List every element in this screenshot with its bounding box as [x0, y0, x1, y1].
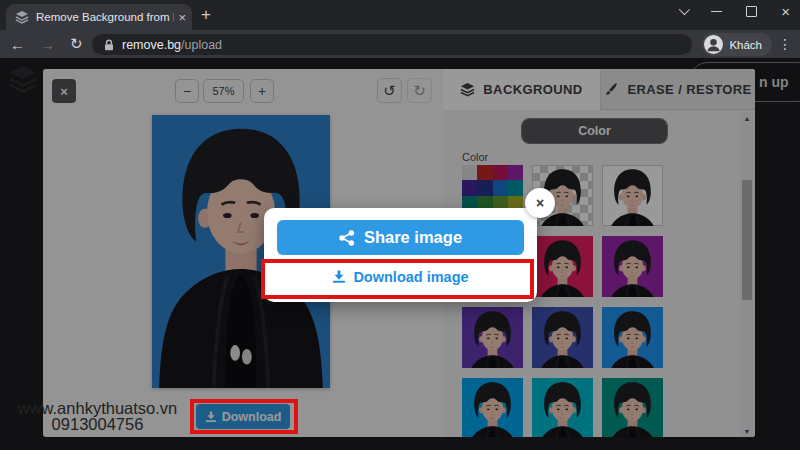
tab-background-label: BACKGROUND — [483, 82, 582, 97]
new-tab-button[interactable]: + — [201, 5, 211, 25]
tab-erase-restore[interactable]: ERASE / RESTORE — [600, 69, 755, 110]
palette-color — [508, 165, 523, 180]
browser-tab[interactable]: Remove Background from Image × — [6, 4, 192, 30]
person-thumbnail — [602, 165, 663, 226]
person-thumbnail — [462, 378, 523, 437]
scroll-up-icon[interactable]: ▲ — [740, 112, 754, 124]
removebg-favicon — [15, 10, 29, 24]
undo-button[interactable]: ↺ — [377, 78, 402, 103]
person-thumbnail — [602, 236, 663, 297]
tab-close-icon[interactable]: × — [178, 11, 186, 24]
scroll-down-icon[interactable]: ▼ — [740, 425, 754, 437]
swatch-#2196f3[interactable] — [602, 307, 663, 368]
palette-color — [508, 180, 523, 195]
watermark: www.anhkythuatso.vn 0913004756 — [10, 400, 185, 432]
scrollbar-thumb[interactable] — [742, 180, 752, 300]
swatch-#9c27b0[interactable] — [602, 236, 663, 297]
color-section-label: Color — [462, 151, 488, 163]
photo-color-toggle: Photo Color — [521, 118, 668, 144]
swatch-#009688[interactable] — [602, 378, 663, 437]
palette-color — [462, 180, 477, 195]
tab-erase-restore-label: ERASE / RESTORE — [627, 82, 751, 97]
toggle-color[interactable]: Color — [522, 119, 667, 143]
window-close-button[interactable]: × — [781, 4, 790, 19]
person-thumbnail — [602, 307, 663, 368]
url-host: remove.bg — [122, 38, 181, 52]
browser-tab-strip: Remove Background from Image × + × — [0, 0, 800, 30]
annotation-box-download-button — [190, 399, 298, 434]
brush-icon — [604, 82, 619, 97]
swatch-#ffffff[interactable] — [602, 165, 663, 226]
browser-menu-icon[interactable]: ⋮ — [778, 36, 792, 52]
swatch-#e91e63[interactable] — [532, 236, 593, 297]
popup-close-button[interactable]: × — [525, 188, 555, 218]
person-thumbnail — [532, 378, 593, 437]
swatch-#00bcd4[interactable] — [532, 378, 593, 437]
swatch-#3f51b5[interactable] — [532, 307, 593, 368]
person-thumbnail — [532, 307, 593, 368]
palette-color — [462, 165, 477, 180]
redo-button: ↻ — [407, 78, 432, 103]
editor-close-button[interactable]: × — [52, 79, 76, 103]
zoom-out-button[interactable]: − — [175, 79, 199, 103]
watermark-url: www.anhkythuatso.vn — [10, 400, 185, 416]
palette-color — [493, 180, 508, 195]
person-thumbnail — [602, 378, 663, 437]
share-icon — [339, 230, 355, 246]
palette-color — [493, 165, 508, 180]
removebg-logo — [8, 64, 38, 94]
reload-button[interactable]: ↻ — [70, 30, 83, 58]
address-bar[interactable]: remove.bg/upload — [92, 34, 692, 55]
share-image-label: Share image — [364, 228, 462, 247]
tab-search-chevron-icon[interactable] — [679, 4, 690, 15]
layers-icon — [460, 82, 475, 97]
tab-background[interactable]: BACKGROUND — [443, 69, 600, 110]
watermark-phone: 0913004756 — [10, 416, 185, 432]
person-thumbnail — [532, 236, 593, 297]
zoom-level: 57% — [203, 79, 244, 103]
panel-scrollbar[interactable]: ▲ ▼ — [740, 112, 754, 437]
lock-icon — [103, 39, 115, 51]
window-minimize-button[interactable] — [711, 11, 722, 12]
tab-title: Remove Background from Image — [36, 11, 174, 23]
palette-color — [477, 180, 492, 195]
avatar-icon — [704, 35, 723, 54]
person-thumbnail — [462, 307, 523, 368]
profile-label: Khách — [729, 39, 762, 51]
url-path: /upload — [181, 38, 222, 52]
profile-button[interactable]: Khách — [702, 33, 772, 56]
share-image-button[interactable]: Share image — [277, 220, 524, 255]
back-button[interactable]: ← — [10, 30, 25, 58]
swatch-#673ab7[interactable] — [462, 307, 523, 368]
palette-color — [477, 165, 492, 180]
zoom-in-button[interactable]: + — [250, 79, 274, 103]
forward-button: → — [40, 30, 55, 58]
window-maximize-button[interactable] — [746, 6, 757, 17]
swatch-#03a9f4[interactable] — [462, 378, 523, 437]
annotation-box-download-image — [261, 259, 534, 299]
